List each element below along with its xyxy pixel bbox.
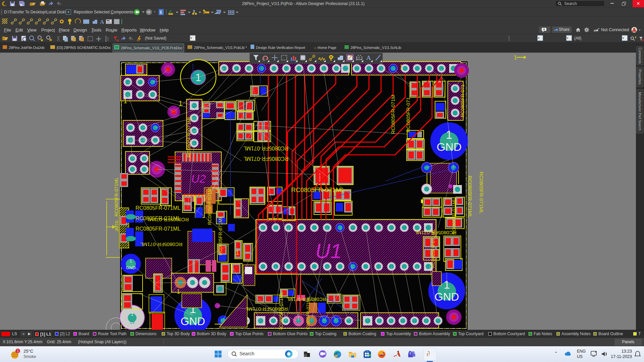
svg-text:RC0805FR-071ML: RC0805FR-071ML — [244, 145, 288, 151]
svg-text:RC0805FR-071ML: RC0805FR-071ML — [278, 292, 284, 330]
svg-text:RC0805FR-071ML: RC0805FR-071ML — [291, 186, 344, 193]
svg-text:RC0805FR-071M: RC0805FR-071M — [390, 95, 396, 134]
svg-text:RC0805FR-071: RC0805FR-071 — [405, 97, 411, 132]
svg-text:1: 1 — [177, 288, 180, 295]
svg-text:A: A — [366, 54, 371, 61]
svg-text:RC0805FR-071ML: RC0805FR-071ML — [207, 185, 212, 225]
svg-text:RC0805FR-071ML: RC0805FR-071ML — [114, 177, 119, 217]
svg-text:RC0805FR-071ML: RC0805FR-071ML — [147, 217, 189, 223]
svg-text:10: 10 — [357, 56, 360, 59]
svg-text:U2: U2 — [191, 172, 206, 185]
svg-text:1: 1 — [123, 97, 127, 105]
svg-text:∂: ∂ — [427, 350, 430, 357]
svg-text:RC0805FR-071: RC0805FR-071 — [460, 84, 465, 117]
svg-text:RC0805FR-071ML: RC0805FR-071ML — [186, 115, 192, 158]
svg-text:RC0805FR-071ML: RC0805FR-071ML — [306, 296, 311, 330]
svg-text:RC0805FR-071ML: RC0805FR-071ML — [136, 205, 180, 211]
svg-text:RC0805FR-071ML: RC0805FR-071ML — [479, 172, 484, 214]
svg-text:RC0805FR-071ML: RC0805FR-071ML — [244, 156, 288, 162]
svg-text:-07ML: -07ML — [114, 220, 119, 232]
svg-text:A: A — [100, 19, 104, 25]
svg-text:1: 1 — [236, 249, 239, 256]
svg-text:$: $ — [160, 10, 162, 15]
svg-text:1: 1 — [178, 99, 182, 108]
svg-text:RC0805FR-071ML: RC0805FR-071ML — [451, 198, 457, 235]
svg-text:5v: 5v — [130, 319, 135, 325]
svg-text:1: 1 — [400, 64, 403, 70]
svg-text:GND: GND — [180, 315, 205, 327]
svg-text:RC0805FR-071ML: RC0805FR-071ML — [467, 176, 473, 218]
svg-text:GND: GND — [126, 265, 136, 270]
svg-text:GND: GND — [434, 291, 459, 303]
svg-text:GND: GND — [437, 141, 462, 153]
svg-text:U1: U1 — [315, 239, 342, 262]
svg-text:1: 1 — [514, 55, 517, 60]
svg-text:1: 1 — [131, 311, 133, 317]
svg-text:RC0805FR-071ML: RC0805FR-071ML — [218, 216, 223, 255]
svg-text:T: T — [410, 352, 412, 355]
svg-text:1: 1 — [446, 128, 452, 141]
svg-text:1: 1 — [129, 258, 132, 263]
svg-text:RC0805FR-071ML: RC0805FR-071ML — [136, 226, 180, 232]
svg-text:RC0805FR-071ML: RC0805FR-071ML — [430, 229, 436, 268]
svg-text:RC0805FR-071ML: RC0805FR-071ML — [140, 242, 182, 247]
svg-text:1: 1 — [17, 349, 19, 353]
